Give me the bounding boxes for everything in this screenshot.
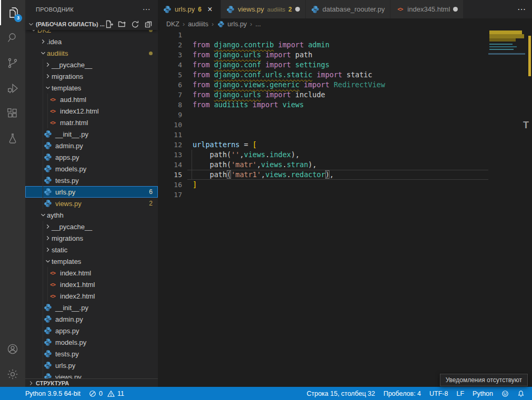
tree-folder-templates[interactable]: templates [25,82,158,94]
tree-file-apps.py[interactable]: apps.py [25,151,158,163]
code-line-9[interactable]: 9 [158,110,532,120]
code-line-15[interactable]: 15 path('matr1',views.redactor), [158,170,532,180]
breadcrumb-item[interactable]: urls.py [217,20,247,28]
tree-file-admin.py[interactable]: admin.py [25,313,158,325]
code-line-17[interactable]: 17 [158,190,532,200]
code-token: ( [227,160,231,169]
tree-indent-guide [43,290,43,302]
code-line-14[interactable]: 14 path('matr',views.stran), [158,160,532,170]
code-line-10[interactable]: 10 [158,120,532,130]
outline-section-label: СТРУКТУРА [36,380,69,386]
minimap[interactable] [488,30,525,98]
activity-testing-icon[interactable] [0,126,25,151]
status-feedback[interactable] [497,387,513,400]
workspace-section-header[interactable]: (РАБОЧАЯ ОБЛАСТЬ) ... | [25,18,158,30]
tree-file-index2.html[interactable]: <>index2.html [25,290,158,302]
activity-account-icon[interactable] [0,336,25,362]
tree-folder--pycache-[interactable]: __pycache__ [25,221,158,232]
status-problems[interactable]: 011 [85,387,128,400]
tree-folder-migrations[interactable]: migrations [25,232,158,244]
status-indentation[interactable]: Пробелов: 4 [379,387,425,400]
code-line-12[interactable]: 12urlpatterns = [ [158,140,532,150]
code-line-8[interactable]: 8from audiiits import views [158,100,532,110]
tab-index345[interactable]: <>index345.html [390,0,464,18]
code-line-2[interactable]: 2from django.contrib import admin [158,40,532,50]
breadcrumb-item[interactable]: audiiits [188,20,208,28]
status-eol[interactable]: LF [452,387,468,400]
code-line-3[interactable]: 3from django.urls import path [158,50,532,60]
tree-file--init-.py[interactable]: __init__.py [25,302,158,313]
tree-file-index12.html[interactable]: <>index12.html [25,105,158,117]
tree-file-views.py[interactable]: views.py [25,371,158,378]
tree-file-urls.py[interactable]: urls.py6 [25,186,158,198]
tree-folder-audiiits[interactable]: audiiits [25,47,158,59]
tree-file-index1.html[interactable]: <>index1.html [25,279,158,290]
tree-file-urls.py[interactable]: urls.py [25,360,158,371]
activity-source-control-icon[interactable] [0,50,25,76]
outline-section-header[interactable]: СТРУКТУРА [25,378,158,387]
tab-database[interactable]: database_roouter.py [306,0,391,18]
explorer-new-folder-icon[interactable] [118,20,126,28]
tree-file-matr.html[interactable]: <>matr.html [25,117,158,128]
tree-file--init-.py[interactable]: __init__.py [25,128,158,140]
explorer-collapse-all-icon[interactable] [144,20,153,28]
code-line-6[interactable]: 6from django.views.generic import Redire… [158,80,532,90]
tree-folder-aythh[interactable]: aythh [25,209,158,221]
bracket-match: ) [325,170,329,179]
tree-file-tests.py[interactable]: tests.py [25,175,158,186]
line-content: from django.urls import include [193,90,325,100]
breadcrumb-item[interactable]: ... [255,20,260,28]
code-line-11[interactable]: 11 [158,130,532,140]
tree-file-aud.html[interactable]: <>aud.html [25,94,158,105]
tree-file-models.py[interactable]: models.py [25,163,158,175]
minimap-current-line [488,53,525,55]
tab-urls[interactable]: urls.py6× [158,0,221,18]
tree-indent-guide [43,70,43,82]
code-line-4[interactable]: 4from django.conf import settings [158,60,532,70]
code-line-13[interactable]: 13 path('',views.index), [158,150,532,160]
activity-run-debug-icon[interactable] [0,76,25,101]
tree-indent-guide [43,325,43,336]
more-icon[interactable]: ⋯ [517,4,526,14]
tree-file-views.py[interactable]: views.py2 [25,198,158,209]
breadcrumb-separator-icon: › [250,20,252,28]
tree-file-apps.py[interactable]: apps.py [25,325,158,336]
line-number: 2 [158,40,182,50]
activity-extensions-icon[interactable] [0,101,25,126]
tree-item-label: DKZ [37,30,51,34]
status-interpreter[interactable]: Python 3.9.5 64-bit [21,387,85,400]
tree-file-tests.py[interactable]: tests.py [25,348,158,360]
tree-folder-.idea[interactable]: .idea [25,36,158,47]
tab-views[interactable]: views.pyaudiiits2 [221,0,306,18]
status-language-mode[interactable]: Python [468,387,497,400]
code-line-7[interactable]: 7from django.urls import include [158,90,532,100]
tree-file-models.py[interactable]: models.py [25,336,158,348]
activity-settings-icon[interactable] [0,362,25,387]
code-line-1[interactable]: 1 [158,30,532,40]
tree-folder-templates[interactable]: templates [25,255,158,267]
status-cursor-position[interactable]: Строка 15, столбец 32 [303,387,379,400]
tree-item-label: aud.html [60,96,86,104]
activity-search-icon[interactable] [0,25,25,50]
tree-item-label: tests.py [55,177,79,184]
code-token: import [261,90,295,99]
activity-explorer-icon[interactable]: 3 [0,0,25,25]
tree-folder-static[interactable]: static [25,244,158,255]
code-line-16[interactable]: 16] [158,180,532,190]
tree-folder-DKZ[interactable]: DKZ [25,30,158,36]
minimap-warning-block [489,34,524,38]
explorer-new-file-icon[interactable]: | [105,20,113,28]
close-icon[interactable]: × [205,4,215,15]
code-area[interactable]: 12from django.contrib import admin3from … [158,30,532,200]
tree-folder--pycache-[interactable]: __pycache__ [25,59,158,70]
tree-file-admin.py[interactable]: admin.py [25,140,158,151]
tree-folder-migrations[interactable]: migrations [25,70,158,82]
status-notifications[interactable] [513,387,529,400]
sidebar-more-icon[interactable]: ⋯ [143,5,150,14]
code-line-5[interactable]: 5from django.conf.urls.static import sta… [158,70,532,80]
tree-file-index.html[interactable]: <>index.html [25,267,158,279]
explorer-refresh-icon[interactable] [131,20,139,28]
tree-indent-guide [43,313,43,325]
breadcrumb-item[interactable]: DKZ [166,20,179,28]
status-encoding[interactable]: UTF-8 [425,387,452,400]
